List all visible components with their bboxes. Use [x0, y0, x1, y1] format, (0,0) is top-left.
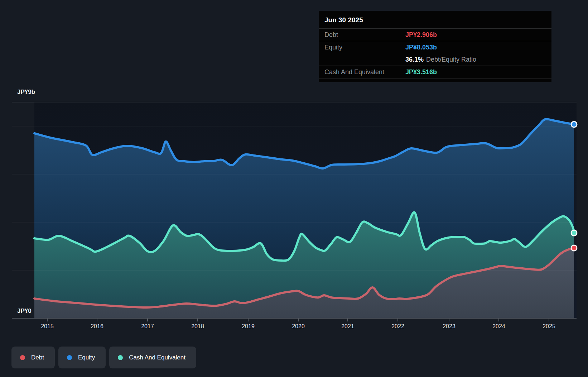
- legend-item-debt[interactable]: Debt: [11, 347, 55, 368]
- debt-end-marker: [571, 245, 577, 251]
- x-tick-label: 2024: [492, 323, 505, 329]
- tooltip-row-cash: Cash And Equivalent JP¥3.516b: [319, 66, 551, 78]
- y-axis-top-label: JP¥9b: [17, 89, 35, 95]
- tooltip-debt-label: Debt: [324, 31, 405, 39]
- x-tick-label: 2018: [191, 323, 204, 329]
- chart-page: 2015201620172018201920202021202220232024…: [0, 0, 588, 377]
- x-tick-label: 2017: [141, 323, 154, 329]
- debt-dot-icon: [20, 355, 25, 360]
- y-axis-bottom-label: JP¥0: [17, 307, 32, 314]
- tooltip-ratio-value: 36.1%: [405, 56, 424, 63]
- x-tick-label: 2023: [443, 323, 456, 329]
- tooltip-ratio-label: Debt/Equity Ratio: [426, 56, 476, 63]
- x-tick-label: 2016: [91, 323, 103, 329]
- x-tick-label: 2015: [41, 323, 54, 329]
- tooltip: Jun 30 2025 Debt JP¥2.906b Equity JP¥8.0…: [319, 11, 551, 82]
- tooltip-equity-label: Equity: [324, 44, 405, 51]
- tooltip-row-ratio: 36.1%Debt/Equity Ratio: [319, 53, 551, 66]
- equity-end-marker: [571, 121, 577, 127]
- x-tick-label: 2022: [391, 323, 404, 329]
- x-tick-label: 2020: [292, 323, 305, 329]
- cash-end-marker: [571, 230, 577, 236]
- legend-cash-label: Cash And Equivalent: [129, 354, 185, 361]
- legend-debt-label: Debt: [31, 354, 44, 361]
- equity-dot-icon: [67, 355, 72, 360]
- tooltip-row-equity: Equity JP¥8.053b: [319, 41, 551, 53]
- tooltip-cash-value: JP¥3.516b: [405, 68, 437, 76]
- legend: Debt Equity Cash And Equivalent: [11, 347, 196, 368]
- x-tick-label: 2021: [341, 323, 354, 329]
- x-tick-label: 2025: [543, 323, 555, 329]
- legend-equity-label: Equity: [78, 354, 95, 361]
- tooltip-row-debt: Debt JP¥2.906b: [319, 28, 551, 41]
- tooltip-date: Jun 30 2025: [319, 15, 551, 28]
- x-tick-label: 2019: [242, 323, 255, 329]
- legend-item-equity[interactable]: Equity: [58, 347, 106, 368]
- cash-dot-icon: [118, 355, 123, 360]
- tooltip-cash-label: Cash And Equivalent: [324, 68, 405, 76]
- legend-item-cash[interactable]: Cash And Equivalent: [109, 347, 196, 368]
- tooltip-debt-value: JP¥2.906b: [405, 31, 437, 39]
- tooltip-equity-value: JP¥8.053b: [405, 44, 437, 51]
